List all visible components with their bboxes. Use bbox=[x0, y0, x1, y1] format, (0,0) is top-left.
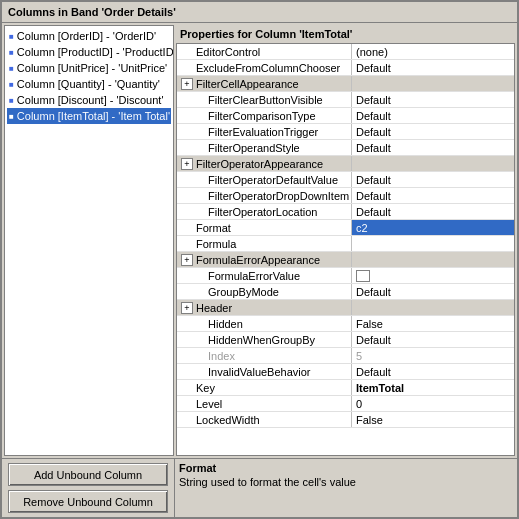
property-name: FilterEvaluationTrigger bbox=[177, 124, 352, 139]
property-value bbox=[352, 300, 514, 315]
format-description-panel: Format String used to format the cell's … bbox=[174, 459, 517, 517]
property-row[interactable]: FilterOperatorLocationDefault bbox=[177, 204, 514, 220]
property-row[interactable]: +FilterCellAppearance bbox=[177, 76, 514, 92]
column-icon: ■ bbox=[9, 80, 14, 89]
column-label: Column [ItemTotal] - 'Item Total' bbox=[17, 110, 170, 122]
property-value bbox=[352, 76, 514, 91]
column-icon: ■ bbox=[9, 64, 14, 73]
property-value: Default bbox=[352, 284, 514, 299]
expand-icon[interactable]: + bbox=[181, 302, 193, 314]
property-name: Index bbox=[177, 348, 352, 363]
property-row[interactable]: FilterOperandStyleDefault bbox=[177, 140, 514, 156]
property-row[interactable]: +Header bbox=[177, 300, 514, 316]
property-value: Default bbox=[352, 140, 514, 155]
property-value: False bbox=[352, 316, 514, 331]
property-row[interactable]: HiddenWhenGroupByDefault bbox=[177, 332, 514, 348]
column-label: Column [UnitPrice] - 'UnitPrice' bbox=[17, 62, 167, 74]
column-list-item[interactable]: ■Column [Quantity] - 'Quantity' bbox=[7, 76, 171, 92]
property-value: Default bbox=[352, 124, 514, 139]
property-value: 0 bbox=[352, 396, 514, 411]
property-name: +FilterCellAppearance bbox=[177, 76, 352, 91]
left-panel: ■Column [OrderID] - 'OrderID'■Column [Pr… bbox=[4, 25, 174, 456]
properties-header: Properties for Column 'ItemTotal' bbox=[176, 25, 515, 43]
main-dialog: Columns in Band 'Order Details' ■Column … bbox=[0, 0, 519, 519]
property-name: +FilterOperatorAppearance bbox=[177, 156, 352, 171]
add-unbound-column-button[interactable]: Add Unbound Column bbox=[8, 463, 168, 486]
property-value: Default bbox=[352, 92, 514, 107]
property-row[interactable]: Formula bbox=[177, 236, 514, 252]
property-row[interactable]: FilterComparisonTypeDefault bbox=[177, 108, 514, 124]
expand-icon[interactable]: + bbox=[181, 158, 193, 170]
property-row[interactable]: FilterOperatorDropDownItemDefault bbox=[177, 188, 514, 204]
column-icon: ■ bbox=[9, 48, 14, 57]
property-name: Formula bbox=[177, 236, 352, 251]
left-buttons: Add Unbound Column Remove Unbound Column bbox=[2, 459, 174, 517]
expand-icon[interactable]: + bbox=[181, 254, 193, 266]
property-value: c2 bbox=[352, 220, 514, 235]
formula-error-box bbox=[356, 270, 370, 282]
dialog-title: Columns in Band 'Order Details' bbox=[2, 2, 517, 23]
property-name: Format bbox=[177, 220, 352, 235]
property-name: FormulaErrorValue bbox=[177, 268, 352, 283]
column-label: Column [Quantity] - 'Quantity' bbox=[17, 78, 160, 90]
bottom-section: Add Unbound Column Remove Unbound Column… bbox=[2, 458, 517, 517]
property-row[interactable]: FilterEvaluationTriggerDefault bbox=[177, 124, 514, 140]
property-row: Index5 bbox=[177, 348, 514, 364]
property-name: LockedWidth bbox=[177, 412, 352, 427]
column-list-item[interactable]: ■Column [ItemTotal] - 'Item Total' bbox=[7, 108, 171, 124]
property-row[interactable]: FilterClearButtonVisibleDefault bbox=[177, 92, 514, 108]
column-icon: ■ bbox=[9, 32, 14, 41]
property-name: Level bbox=[177, 396, 352, 411]
property-row[interactable]: KeyItemTotal bbox=[177, 380, 514, 396]
property-row[interactable]: InvalidValueBehaviorDefault bbox=[177, 364, 514, 380]
property-row[interactable]: EditorControl(none) bbox=[177, 44, 514, 60]
expand-icon[interactable]: + bbox=[181, 78, 193, 90]
property-row[interactable]: FormulaErrorValue bbox=[177, 268, 514, 284]
property-row[interactable]: ExcludeFromColumnChooserDefault bbox=[177, 60, 514, 76]
property-value: False bbox=[352, 412, 514, 427]
properties-grid[interactable]: EditorControl(none)ExcludeFromColumnChoo… bbox=[176, 43, 515, 456]
property-value bbox=[352, 268, 514, 283]
property-name: ExcludeFromColumnChooser bbox=[177, 60, 352, 75]
property-row[interactable]: HiddenFalse bbox=[177, 316, 514, 332]
property-value bbox=[352, 236, 514, 251]
column-label: Column [ProductID] - 'ProductID' bbox=[17, 46, 173, 58]
property-name: GroupByMode bbox=[177, 284, 352, 299]
column-list-item[interactable]: ■Column [UnitPrice] - 'UnitPrice' bbox=[7, 60, 171, 76]
column-list: ■Column [OrderID] - 'OrderID'■Column [Pr… bbox=[5, 26, 173, 455]
property-name: InvalidValueBehavior bbox=[177, 364, 352, 379]
property-value: 5 bbox=[352, 348, 514, 363]
property-value: Default bbox=[352, 108, 514, 123]
property-name: FilterOperandStyle bbox=[177, 140, 352, 155]
property-value: Default bbox=[352, 172, 514, 187]
property-value bbox=[352, 156, 514, 171]
column-list-item[interactable]: ■Column [Discount] - 'Discount' bbox=[7, 92, 171, 108]
remove-unbound-column-button[interactable]: Remove Unbound Column bbox=[8, 490, 168, 513]
property-name: +FormulaErrorAppearance bbox=[177, 252, 352, 267]
right-panel: Properties for Column 'ItemTotal' Editor… bbox=[176, 25, 515, 456]
column-list-item[interactable]: ■Column [ProductID] - 'ProductID' bbox=[7, 44, 171, 60]
property-value: Default bbox=[352, 332, 514, 347]
column-list-item[interactable]: ■Column [OrderID] - 'OrderID' bbox=[7, 28, 171, 44]
property-row[interactable]: Level0 bbox=[177, 396, 514, 412]
property-value: Default bbox=[352, 364, 514, 379]
column-icon: ■ bbox=[9, 112, 14, 121]
property-name: Key bbox=[177, 380, 352, 395]
property-row[interactable]: +FormulaErrorAppearance bbox=[177, 252, 514, 268]
column-label: Column [OrderID] - 'OrderID' bbox=[17, 30, 156, 42]
property-name: HiddenWhenGroupBy bbox=[177, 332, 352, 347]
property-name: FilterComparisonType bbox=[177, 108, 352, 123]
property-value: (none) bbox=[352, 44, 514, 59]
bottom-combined: Add Unbound Column Remove Unbound Column… bbox=[2, 459, 517, 517]
property-name: FilterOperatorDropDownItem bbox=[177, 188, 352, 203]
property-row[interactable]: +FilterOperatorAppearance bbox=[177, 156, 514, 172]
property-row[interactable]: FilterOperatorDefaultValueDefault bbox=[177, 172, 514, 188]
format-title: Format bbox=[179, 462, 513, 474]
property-row[interactable]: LockedWidthFalse bbox=[177, 412, 514, 428]
property-name: FilterOperatorDefaultValue bbox=[177, 172, 352, 187]
property-row[interactable]: Formatc2 bbox=[177, 220, 514, 236]
property-name: EditorControl bbox=[177, 44, 352, 59]
property-row[interactable]: GroupByModeDefault bbox=[177, 284, 514, 300]
column-icon: ■ bbox=[9, 96, 14, 105]
content-area: ■Column [OrderID] - 'OrderID'■Column [Pr… bbox=[2, 23, 517, 458]
